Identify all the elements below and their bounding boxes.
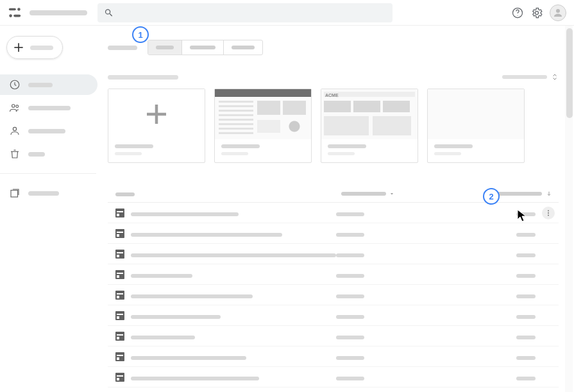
report-icon <box>115 209 124 217</box>
template-strip-right-label[interactable] <box>502 75 547 79</box>
row-name <box>131 294 253 298</box>
plus-icon <box>145 103 168 126</box>
unfold-icon[interactable] <box>551 73 559 81</box>
row-owned <box>336 377 364 380</box>
report-icon <box>115 250 124 259</box>
template-strip-heading <box>108 75 178 80</box>
table-row[interactable] <box>108 326 559 346</box>
svg-point-13 <box>13 127 16 130</box>
row-owned <box>336 336 364 339</box>
plus-icon <box>12 41 25 54</box>
template-card-acme[interactable]: ACME <box>321 89 418 163</box>
toggle-option-3[interactable] <box>223 40 262 55</box>
svg-point-2 <box>9 14 12 17</box>
col-name-header[interactable] <box>115 192 135 196</box>
report-icon <box>115 373 124 382</box>
row-opened <box>516 315 536 319</box>
row-name <box>131 315 221 319</box>
report-icon <box>115 352 124 361</box>
table-row[interactable] <box>108 388 559 392</box>
sidebar-item-templates[interactable] <box>0 183 103 203</box>
sidebar-item-label <box>28 152 45 157</box>
search-field[interactable] <box>114 8 386 17</box>
sidebar-item-trash[interactable] <box>0 144 103 164</box>
divider <box>0 173 96 174</box>
help-icon[interactable] <box>511 6 524 19</box>
row-name <box>131 253 336 257</box>
svg-point-17 <box>548 210 549 211</box>
report-icon <box>115 270 124 279</box>
app-header <box>0 0 574 26</box>
template-thumbnail <box>428 89 524 139</box>
settings-icon[interactable] <box>530 6 543 19</box>
row-owned <box>336 294 364 298</box>
template-thumbnail: ACME <box>321 89 418 139</box>
dropdown-icon[interactable] <box>389 191 395 197</box>
svg-rect-14 <box>11 191 18 198</box>
clock-icon <box>9 79 21 90</box>
person-icon <box>9 125 21 137</box>
template-card-blank[interactable] <box>108 89 205 163</box>
scrollbar-thumb[interactable] <box>566 28 573 118</box>
template-thumbnail <box>215 89 311 139</box>
card-title <box>328 144 366 148</box>
row-owned <box>336 233 364 237</box>
sidebar-item-shared[interactable] <box>0 98 103 118</box>
sidebar-item-owned[interactable] <box>0 121 103 141</box>
app-logo <box>8 6 22 20</box>
card-subtitle <box>221 152 248 155</box>
card-title <box>115 144 153 148</box>
toggle-option-1[interactable] <box>148 40 181 55</box>
toggle-option-2[interactable] <box>181 40 223 55</box>
svg-rect-3 <box>13 14 21 17</box>
row-opened <box>516 336 536 339</box>
content-type-heading <box>108 46 137 50</box>
row-opened <box>516 233 536 237</box>
sidebar-item-label <box>28 191 59 196</box>
row-owned <box>336 356 364 360</box>
table-row[interactable] <box>108 367 559 388</box>
table-row[interactable] <box>108 264 559 285</box>
report-icon <box>115 229 124 238</box>
sidebar-item-recent[interactable] <box>0 74 97 95</box>
content-type-toggle <box>148 40 263 55</box>
row-name <box>131 212 239 216</box>
row-opened <box>516 377 536 380</box>
search-input[interactable] <box>97 3 393 22</box>
row-owned <box>336 274 364 278</box>
template-card-tutorial[interactable] <box>214 89 312 163</box>
row-name <box>131 377 259 380</box>
svg-point-6 <box>536 11 539 14</box>
row-opened <box>516 356 536 360</box>
template-gallery: ACME <box>108 89 559 163</box>
table-row[interactable] <box>108 223 559 244</box>
row-owned <box>336 212 364 216</box>
row-more-menu[interactable] <box>542 207 555 219</box>
sidebar <box>0 26 103 203</box>
svg-point-19 <box>548 214 549 216</box>
template-card-gsc[interactable] <box>427 89 525 163</box>
report-icon <box>115 291 124 300</box>
svg-point-1 <box>17 8 21 11</box>
row-opened <box>516 294 536 298</box>
svg-point-18 <box>548 212 549 214</box>
table-row[interactable] <box>108 203 559 223</box>
create-button[interactable] <box>6 36 63 59</box>
arrow-down-icon[interactable] <box>546 191 552 197</box>
table-row[interactable] <box>108 244 559 264</box>
table-row[interactable] <box>108 346 559 367</box>
svg-rect-0 <box>9 8 16 10</box>
people-icon <box>9 102 21 114</box>
row-name <box>131 274 192 278</box>
card-subtitle <box>115 152 142 155</box>
card-title <box>434 144 473 148</box>
table-row[interactable] <box>108 285 559 305</box>
account-avatar[interactable] <box>550 4 566 21</box>
step-badge-1: 1 <box>132 26 149 43</box>
col-owned-header[interactable] <box>341 192 386 196</box>
row-owned <box>336 253 364 257</box>
table-row[interactable] <box>108 305 559 326</box>
brand-name <box>30 10 87 15</box>
create-label <box>30 46 53 50</box>
sidebar-item-label <box>28 83 53 87</box>
